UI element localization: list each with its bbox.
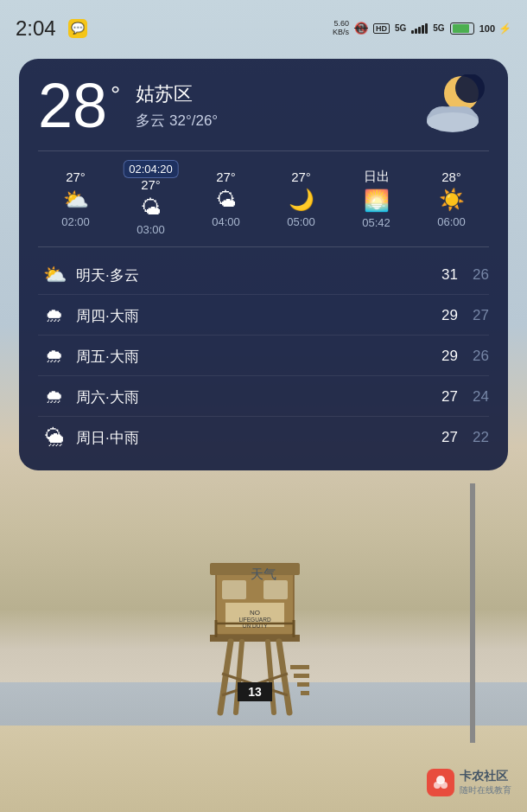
battery-level: 100 bbox=[479, 23, 495, 34]
watermark: 卡农社区 随时在线教育 bbox=[427, 769, 511, 796]
hour-icon-1: 🌤 bbox=[141, 197, 162, 218]
svg-line-14 bbox=[236, 642, 242, 713]
hour-item-3: 27° 🌙 05:00 bbox=[264, 169, 339, 228]
hour-item-1: 02:04:20 27° 🌤 03:00 bbox=[113, 162, 188, 236]
day-row-1: 🌧 周四·大雨 29 27 bbox=[38, 297, 489, 336]
5g-badge-1: 5G bbox=[395, 23, 406, 33]
hour-icon-0: ⛅ bbox=[63, 189, 89, 210]
hour-temp-4: 日出 bbox=[364, 169, 390, 185]
charging-icon: ⚡ bbox=[498, 22, 511, 35]
day-icon-4: 🌦 bbox=[38, 426, 71, 449]
pole bbox=[470, 483, 475, 743]
hour-icon-5: ☀️ bbox=[439, 189, 465, 210]
day-high-4: 27 bbox=[427, 429, 458, 446]
weather-category-label: 天气 bbox=[251, 566, 276, 583]
day-label-3: 周六·大雨 bbox=[76, 387, 427, 407]
hour-item-5: 28° ☀️ 06:00 bbox=[414, 169, 489, 228]
hd-badge: HD bbox=[373, 23, 390, 34]
current-temperature: 28 bbox=[38, 74, 107, 137]
day-low-1: 27 bbox=[465, 307, 489, 324]
day-label-4: 周日·中雨 bbox=[76, 428, 427, 448]
daily-forecast: ⛅ 明天·多云 31 26 🌧 周四·大雨 29 27 🌧 周五·大雨 29 2… bbox=[38, 256, 489, 457]
day-low-0: 26 bbox=[465, 266, 489, 284]
svg-point-29 bbox=[427, 112, 479, 131]
location-info: 姑苏区 多云 32°/26° bbox=[136, 81, 218, 131]
clock-overlay: 02:04:20 bbox=[123, 160, 179, 178]
day-icon-0: ⛅ bbox=[38, 264, 71, 286]
day-row-4: 🌦 周日·中雨 27 22 bbox=[38, 419, 489, 457]
svg-rect-2 bbox=[222, 580, 246, 599]
svg-rect-21 bbox=[294, 674, 309, 678]
watermark-text: 卡农社区 随时在线教育 bbox=[460, 769, 511, 796]
day-high-1: 29 bbox=[427, 307, 458, 324]
hour-temp-2: 27° bbox=[216, 169, 236, 184]
hour-temp-5: 28° bbox=[441, 169, 461, 184]
widget-header: 28 ° 姑苏区 多云 32°/26° bbox=[38, 74, 489, 137]
hour-icon-4: 🌅 bbox=[364, 190, 390, 211]
hour-time-0: 02:00 bbox=[61, 215, 90, 228]
status-icons: 5.60 KB/s 📵 HD 5G 5G 100 ⚡ bbox=[333, 20, 511, 37]
svg-rect-23 bbox=[301, 691, 309, 695]
day-label-1: 周四·大雨 bbox=[76, 306, 427, 326]
day-icon-2: 🌧 bbox=[38, 345, 71, 368]
signal-bars bbox=[411, 23, 428, 34]
battery-indicator bbox=[450, 22, 474, 35]
hour-time-2: 04:00 bbox=[212, 215, 240, 228]
temperature-section: 28 ° 姑苏区 多云 32°/26° bbox=[38, 74, 218, 137]
svg-text:13: 13 bbox=[248, 685, 262, 699]
hour-time-5: 06:00 bbox=[437, 215, 466, 228]
5g-badge-2: 5G bbox=[433, 23, 444, 33]
svg-point-31 bbox=[434, 782, 441, 789]
weather-description: 多云 32°/26° bbox=[136, 111, 218, 131]
svg-rect-22 bbox=[297, 682, 309, 687]
status-time: 2:04 bbox=[16, 16, 56, 41]
location-name: 姑苏区 bbox=[136, 81, 218, 107]
hour-temp-1: 27° bbox=[141, 177, 161, 192]
svg-point-32 bbox=[441, 782, 448, 789]
watermark-main: 卡农社区 bbox=[460, 769, 511, 784]
svg-rect-20 bbox=[290, 665, 309, 669]
hour-icon-3: 🌙 bbox=[289, 189, 314, 210]
day-label-0: 明天·多云 bbox=[76, 265, 427, 285]
hour-item-0: 27° ⛅ 02:00 bbox=[38, 169, 113, 228]
day-low-3: 24 bbox=[465, 388, 489, 406]
day-high-0: 31 bbox=[427, 266, 458, 284]
weather-icon-moon-cloud bbox=[420, 74, 489, 135]
no-signal-icon: 📵 bbox=[354, 22, 368, 35]
hour-temp-0: 27° bbox=[66, 169, 86, 184]
day-row-0: ⛅ 明天·多云 31 26 bbox=[38, 256, 489, 295]
svg-text:NO: NO bbox=[250, 609, 260, 617]
day-row-3: 🌧 周六·大雨 27 24 bbox=[38, 378, 489, 417]
svg-text:LIFEGUARD: LIFEGUARD bbox=[238, 617, 271, 623]
day-row-2: 🌧 周五·大雨 29 26 bbox=[38, 337, 489, 376]
day-icon-3: 🌧 bbox=[38, 386, 71, 408]
hour-item-2: 27° 🌤 04:00 bbox=[188, 169, 264, 228]
svg-point-25 bbox=[455, 74, 485, 103]
day-high-2: 29 bbox=[427, 348, 458, 365]
svg-rect-8 bbox=[210, 635, 300, 642]
status-bar: 2:04 💬 5.60 KB/s 📵 HD 5G 5G 100 ⚡ bbox=[0, 0, 527, 48]
watermark-sub: 随时在线教育 bbox=[460, 784, 511, 796]
degree-symbol: ° bbox=[111, 81, 120, 109]
day-icon-1: 🌧 bbox=[38, 304, 71, 327]
notification-bubble: 💬 bbox=[68, 19, 87, 38]
hour-icon-2: 🌤 bbox=[216, 189, 237, 210]
day-high-3: 27 bbox=[427, 388, 458, 406]
svg-line-15 bbox=[268, 642, 274, 713]
svg-rect-3 bbox=[264, 580, 288, 599]
hour-temp-3: 27° bbox=[291, 169, 311, 184]
day-low-4: 22 bbox=[465, 429, 489, 446]
hour-time-1: 03:00 bbox=[137, 223, 165, 236]
hourly-forecast: 27° ⛅ 02:00 02:04:20 27° 🌤 03:00 27° 🌤 0… bbox=[38, 150, 489, 247]
notif-icon: 💬 bbox=[71, 22, 85, 35]
hour-item-4: 日出 🌅 05:42 bbox=[339, 169, 414, 229]
hour-time-3: 05:00 bbox=[287, 215, 315, 228]
watermark-logo bbox=[427, 769, 454, 796]
day-label-2: 周五·大雨 bbox=[76, 347, 427, 367]
speed-indicator: 5.60 KB/s bbox=[333, 20, 349, 37]
day-low-2: 26 bbox=[465, 348, 489, 365]
hour-time-4: 05:42 bbox=[362, 216, 390, 229]
weather-widget[interactable]: 28 ° 姑苏区 多云 32°/26° 27° ⛅ bbox=[19, 59, 508, 470]
